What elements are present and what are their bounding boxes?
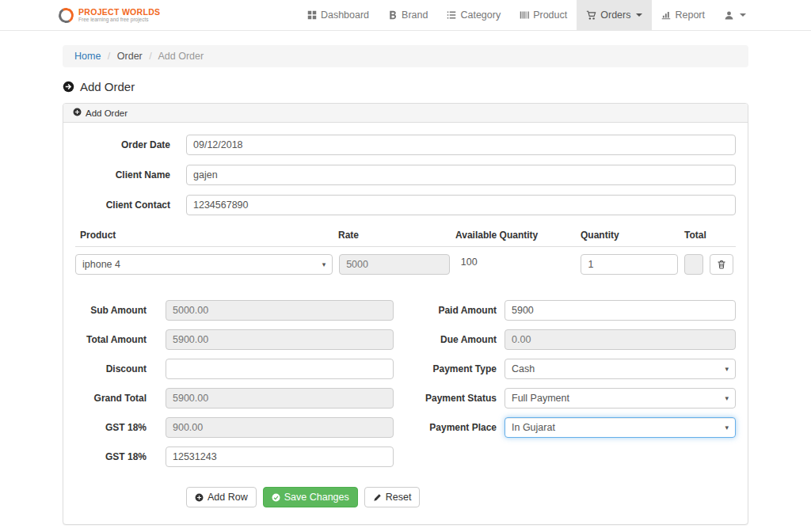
- payment-status-select[interactable]: Full Payment ▾: [504, 388, 736, 408]
- pencil-icon: [373, 493, 382, 502]
- nav-brand[interactable]: Brand: [379, 0, 437, 30]
- breadcrumb: Home / Order / Add Order: [63, 45, 748, 67]
- orders-cart-icon: [586, 10, 596, 21]
- product-barcode-icon: [520, 10, 529, 20]
- check-circle-icon: [272, 493, 280, 502]
- col-header-quantity: Quantity: [576, 230, 680, 241]
- breadcrumb-current: Add Order: [158, 51, 204, 62]
- col-header-available-quantity: Available Quantity: [451, 230, 576, 241]
- reset-button[interactable]: Reset: [364, 487, 421, 507]
- discount-input[interactable]: [166, 359, 394, 379]
- form-group-discount: Discount: [75, 359, 394, 379]
- brand-icon: [388, 10, 398, 20]
- nav-product[interactable]: Product: [510, 0, 577, 30]
- rate-input: [339, 254, 450, 275]
- form-actions: Add Row Save Changes Reset: [186, 487, 736, 507]
- page-title: Add Order: [63, 80, 748, 93]
- logo-icon: [57, 6, 75, 24]
- due-amount-label: Due Amount: [417, 329, 497, 350]
- dashboard-icon: [307, 10, 317, 20]
- chevron-down-icon: ▾: [725, 424, 729, 431]
- nav-dashboard[interactable]: Dashboard: [298, 0, 379, 30]
- reset-label: Reset: [386, 492, 412, 503]
- payment-type-select[interactable]: Cash ▾: [504, 359, 736, 379]
- product-table-row: iphone 4 ▾ 100: [75, 254, 736, 275]
- col-header-rate: Rate: [333, 230, 451, 241]
- breadcrumb-separator: /: [149, 51, 151, 62]
- nav-label: Dashboard: [321, 10, 369, 21]
- chevron-down-icon: ▾: [725, 394, 729, 402]
- nav-report[interactable]: Report: [652, 0, 714, 30]
- navbar: PROJECT WORLDS Free learning and free pr…: [0, 0, 811, 31]
- payment-type-label: Payment Type: [417, 359, 497, 379]
- brand-logo[interactable]: PROJECT WORLDS Free learning and free pr…: [59, 0, 160, 30]
- product-select[interactable]: iphone 4 ▾: [75, 254, 333, 275]
- due-amount-input: [504, 329, 736, 350]
- form-group-grand-total: Grand Total: [75, 388, 394, 408]
- payment-place-select[interactable]: In Gujarat ▾: [504, 417, 736, 438]
- form-group-due-amount: Due Amount: [417, 329, 736, 350]
- panel-title-text: Add Order: [86, 108, 128, 118]
- client-name-label: Client Name: [75, 165, 170, 185]
- order-date-label: Order Date: [75, 135, 170, 155]
- available-quantity-value: 100: [456, 254, 575, 268]
- form-group-payment-type: Payment Type Cash ▾: [417, 359, 736, 379]
- product-table-header: Product Rate Available Quantity Quantity…: [75, 230, 736, 247]
- save-changes-label: Save Changes: [284, 492, 349, 503]
- save-changes-button[interactable]: Save Changes: [263, 487, 358, 507]
- panel-heading: Add Order: [63, 104, 748, 123]
- discount-label: Discount: [75, 359, 147, 379]
- delete-row-button[interactable]: [710, 254, 733, 275]
- page-title-text: Add Order: [80, 80, 135, 93]
- panel-body: Order Date Client Name Client Contact Pr…: [63, 123, 748, 524]
- plus-circle-icon: [195, 493, 204, 502]
- plus-circle-icon: [73, 108, 82, 118]
- total-amount-input: [166, 329, 394, 350]
- col-header-total: Total: [680, 230, 736, 241]
- totals-payment-section: Sub Amount Total Amount Discount Grand T…: [75, 300, 736, 476]
- col-header-product: Product: [75, 230, 333, 241]
- nav-label: Product: [533, 10, 567, 21]
- payment-place-label: Payment Place: [417, 417, 497, 438]
- nav-user-menu[interactable]: [714, 0, 756, 30]
- breadcrumb-home[interactable]: Home: [74, 51, 101, 62]
- add-order-panel: Add Order Order Date Client Name Client …: [63, 103, 748, 525]
- form-group-payment-place: Payment Place In Gujarat ▾: [417, 417, 736, 438]
- grand-total-label: Grand Total: [75, 388, 147, 408]
- brand-subtitle: Free learning and free projects: [78, 17, 160, 22]
- gst-amount-input: [166, 417, 394, 438]
- payment-place-value: In Gujarat: [512, 422, 555, 433]
- form-group-sub-amount: Sub Amount: [75, 300, 394, 321]
- payment-status-label: Payment Status: [417, 388, 497, 408]
- category-list-icon: [447, 10, 456, 20]
- brand-title: PROJECT WORLDS: [78, 8, 160, 17]
- gst-number-label: GST 18%: [75, 446, 147, 467]
- chevron-down-icon: ▾: [322, 260, 326, 268]
- payment-column: Paid Amount Due Amount Payment Type Cash…: [417, 300, 736, 476]
- total-amount-label: Total Amount: [75, 329, 147, 350]
- arrow-circle-right-icon: [63, 81, 74, 93]
- form-group-order-date: Order Date: [75, 135, 736, 155]
- nav-label: Report: [675, 10, 705, 21]
- gst-number-input[interactable]: [166, 446, 394, 467]
- payment-type-value: Cash: [512, 363, 535, 374]
- nav-category[interactable]: Category: [437, 0, 510, 30]
- gst-amount-label: GST 18%: [75, 417, 147, 438]
- navbar-menu: Dashboard Brand Category Product Orders: [298, 0, 756, 30]
- client-name-input[interactable]: [186, 165, 736, 185]
- client-contact-input[interactable]: [186, 195, 736, 215]
- quantity-input[interactable]: [581, 254, 678, 275]
- add-row-button[interactable]: Add Row: [186, 487, 257, 507]
- nav-label: Category: [460, 10, 501, 21]
- nav-orders[interactable]: Orders: [577, 0, 652, 30]
- add-row-label: Add Row: [208, 492, 248, 503]
- form-group-gst-number: GST 18%: [75, 446, 394, 467]
- grand-total-input: [166, 388, 394, 408]
- product-select-value: iphone 4: [82, 259, 120, 270]
- paid-amount-input[interactable]: [504, 300, 736, 321]
- breadcrumb-separator: /: [108, 51, 110, 62]
- chevron-down-icon: [636, 13, 642, 17]
- form-group-client-contact: Client Contact: [75, 195, 736, 215]
- form-group-gst-amount: GST 18%: [75, 417, 394, 438]
- order-date-input[interactable]: [186, 135, 736, 155]
